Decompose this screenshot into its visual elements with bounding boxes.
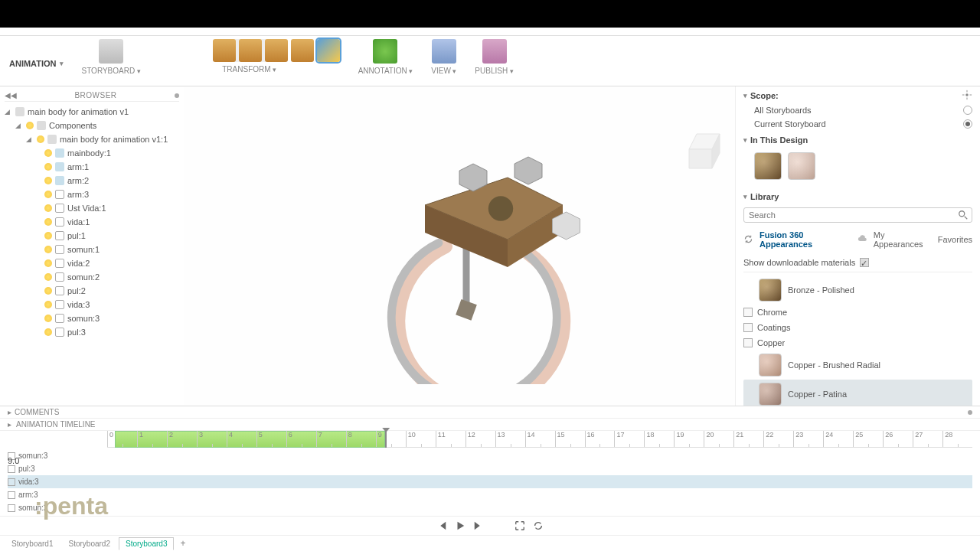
bulb-icon[interactable]	[44, 301, 52, 308]
tab-f360[interactable]: Fusion 360 Appearances	[760, 230, 851, 249]
mat-copper-brushed[interactable]: Copper - Brushed Radial	[743, 350, 972, 380]
tree-item[interactable]: arm:3	[5, 187, 179, 201]
timeline-track[interactable]: pul:3	[8, 462, 972, 475]
tree-item[interactable]: mainbody:1	[5, 146, 179, 160]
bulb-icon[interactable]	[44, 246, 52, 253]
current-time[interactable]: 9.0	[8, 456, 100, 465]
tree-item[interactable]: arm:2	[5, 174, 179, 187]
checkbox-icon[interactable]	[8, 504, 15, 512]
library-search[interactable]	[743, 207, 972, 223]
tree-item[interactable]: arm:1	[5, 160, 179, 174]
checkbox-icon[interactable]: ✓	[860, 258, 869, 267]
search-input[interactable]	[744, 208, 958, 222]
bulb-icon[interactable]	[44, 218, 52, 226]
scope-all[interactable]: All Storyboards	[743, 103, 972, 117]
browser-collapse-icon[interactable]: ◀◀	[5, 91, 17, 99]
design-swatch-copper[interactable]	[788, 152, 815, 180]
tb-storyboard-label[interactable]: STORYBOARD	[82, 67, 141, 75]
in-design-header[interactable]: In This Design	[743, 131, 972, 148]
loop-icon[interactable]	[533, 520, 544, 531]
timeline-ruler[interactable]: 0123456789101112131415161718192021222324…	[107, 431, 972, 448]
design-swatch-bronze[interactable]	[754, 152, 782, 180]
checkbox-icon[interactable]	[8, 478, 15, 486]
timeline-track[interactable]: vida:3	[8, 475, 972, 488]
bulb-icon[interactable]	[44, 259, 52, 267]
tree-root[interactable]: ◢ main body for animation v1	[5, 105, 179, 119]
tree-item[interactable]: somun:2	[5, 270, 179, 284]
tree-item[interactable]: pul:3	[5, 325, 179, 339]
play-icon[interactable]	[455, 520, 466, 531]
explode1-icon[interactable]	[213, 39, 236, 62]
tree-item[interactable]: Ust Vida:1	[5, 201, 179, 215]
scope-current[interactable]: Current Storyboard	[743, 117, 972, 131]
bulb-icon[interactable]	[44, 328, 52, 336]
manual-icon[interactable]	[265, 39, 288, 62]
timeline-track[interactable]: arm:3	[8, 488, 972, 501]
viewcube[interactable]	[681, 126, 727, 172]
browser-options-icon[interactable]	[175, 93, 179, 98]
search-icon[interactable]	[958, 210, 969, 220]
annotation-icon[interactable]	[373, 39, 397, 64]
view-icon[interactable]	[432, 39, 456, 64]
bulb-icon[interactable]	[37, 135, 44, 143]
add-storyboard-button[interactable]: +	[175, 538, 190, 549]
cat-copper[interactable]: Copper	[743, 335, 972, 350]
bulb-icon[interactable]	[44, 163, 52, 171]
mat-bronze-polished[interactable]: Bronze - Polished	[743, 276, 972, 305]
storyboard-tab[interactable]: Storyboard2	[61, 537, 116, 550]
checkbox-icon[interactable]	[8, 491, 15, 499]
bulb-icon[interactable]	[44, 232, 52, 240]
comments-bar[interactable]: ▸COMMENTS	[0, 406, 980, 419]
expand-icon[interactable]	[514, 520, 525, 531]
storyboard-tab[interactable]: Storyboard1	[5, 537, 60, 550]
tree-item[interactable]: vida:2	[5, 256, 179, 270]
move-target-icon[interactable]	[962, 90, 972, 100]
sync-icon[interactable]	[743, 234, 753, 245]
tab-mine[interactable]: My Appearances	[874, 230, 932, 249]
tree-item[interactable]: somun:1	[5, 243, 179, 256]
workspace-selector[interactable]: ANIMATION	[9, 39, 64, 68]
bulb-icon[interactable]	[44, 273, 52, 281]
bulb-icon[interactable]	[26, 122, 34, 129]
bulb-icon[interactable]	[44, 191, 52, 198]
bulb-icon[interactable]	[44, 315, 52, 322]
tb-transform-label[interactable]: TRANSFORM	[222, 65, 276, 73]
tree-item[interactable]: vida:1	[5, 215, 179, 229]
explode2-icon[interactable]	[239, 39, 262, 62]
tb-annotation-label[interactable]: ANNOTATION	[358, 67, 413, 75]
bulb-icon[interactable]	[44, 149, 52, 157]
checkbox-icon[interactable]	[8, 465, 15, 473]
tb-publish-label[interactable]: PUBLISH	[475, 67, 513, 75]
bulb-icon[interactable]	[44, 287, 52, 295]
scope-header[interactable]: Scope:	[743, 86, 972, 103]
cat-coatings[interactable]: Coatings	[743, 320, 972, 335]
tree-item[interactable]: pul:2	[5, 284, 179, 298]
tree-components[interactable]: ◢ Components	[5, 119, 179, 132]
tree-item[interactable]: vida:3	[5, 298, 179, 311]
tab-fav[interactable]: Favorites	[938, 235, 972, 244]
viewport[interactable]	[184, 86, 735, 406]
radio-icon[interactable]	[963, 119, 972, 129]
bulb-icon[interactable]	[44, 204, 52, 212]
show-dl-row[interactable]: Show downloadable materials ✓	[743, 253, 972, 272]
tree-subroot[interactable]: ◢ main body for animation v1:1	[5, 132, 179, 146]
tree-item[interactable]: somun:3	[5, 311, 179, 325]
cat-chrome[interactable]: Chrome	[743, 305, 972, 320]
publish-icon[interactable]	[482, 39, 507, 64]
radio-icon[interactable]	[963, 106, 972, 115]
next-icon[interactable]	[473, 520, 484, 531]
timeline-track[interactable]: somun:2	[8, 501, 972, 514]
timeline-track[interactable]: somun:3	[8, 449, 972, 462]
comments-dot[interactable]	[968, 410, 972, 415]
storyboard-tab[interactable]: Storyboard3	[119, 537, 174, 550]
appearance-icon[interactable]	[317, 39, 340, 62]
storyboard-icon[interactable]	[99, 39, 123, 64]
timeline-header[interactable]: ▸ ANIMATION TIMELINE	[0, 419, 980, 431]
tb-view-label[interactable]: VIEW	[431, 67, 456, 75]
library-header[interactable]: Library	[743, 187, 972, 204]
mat-copper-patina[interactable]: Copper - Patina	[743, 380, 972, 406]
bulb-icon[interactable]	[44, 177, 52, 184]
restore-icon[interactable]	[291, 39, 314, 62]
prev-icon[interactable]	[436, 520, 447, 531]
tree-item[interactable]: pul:1	[5, 229, 179, 243]
